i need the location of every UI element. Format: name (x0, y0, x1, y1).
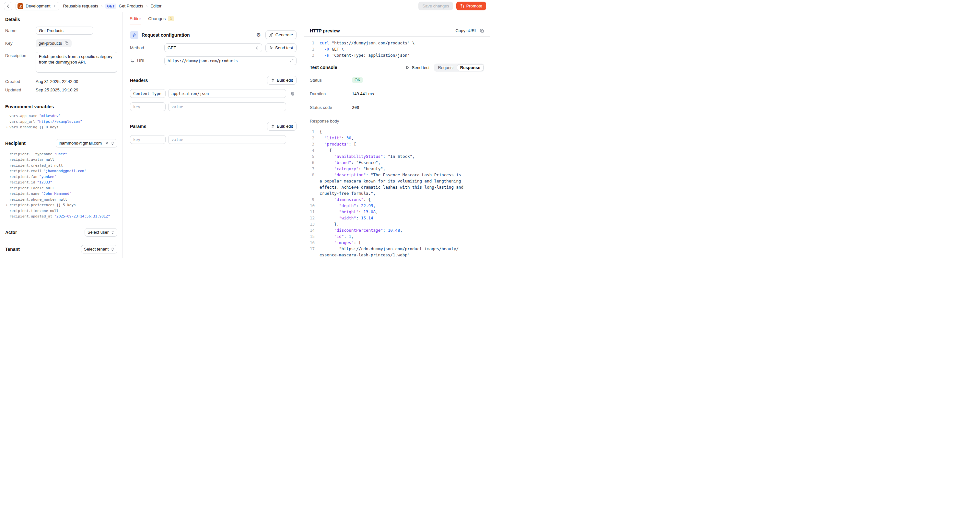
variable-value: {} 0 keys (39, 124, 59, 130)
code-line: 15 "id": 1, (310, 233, 484, 239)
request-name: Get Products (119, 3, 143, 8)
recipient-variable-row: recipient.fan"yankee" (5, 174, 117, 180)
variable-value: "yankee" (39, 174, 56, 180)
params-bulk-edit-button[interactable]: Bulk edit (267, 122, 296, 131)
save-changes-button[interactable]: Save changes (418, 2, 453, 10)
line-number: 15 (310, 233, 320, 239)
code-line: 9 "dimensions": { (310, 196, 484, 202)
env-variable-row[interactable]: ›vars.branding{} 0 keys (5, 124, 117, 130)
copy-curl-button[interactable]: Copy cURL (456, 28, 484, 33)
tenant-select[interactable]: Select tenant (81, 245, 117, 253)
breadcrumb-editor[interactable]: Editor (150, 3, 161, 8)
send-test-button[interactable]: Send test (266, 43, 296, 52)
code-line: 10 "depth": 22.99, (310, 202, 484, 209)
variable-path: vars.branding (10, 124, 37, 130)
recipient-variable-row: recipient.email"jhammond@gmail.com" (5, 168, 117, 174)
description-row: Description Fetch products from a specif… (5, 52, 117, 73)
generate-button[interactable]: Generate (266, 30, 296, 39)
code-line: 4 { (310, 147, 484, 153)
editor-tabbar: Editor Changes 1 (123, 12, 304, 25)
line-number: 5 (310, 153, 320, 159)
return-arrow-icon (130, 59, 135, 63)
settings-gear-icon[interactable]: ⚙ (256, 32, 261, 38)
breadcrumb-request[interactable]: GET Get Products (105, 3, 143, 9)
url-label: URL (130, 58, 161, 63)
environment-switcher[interactable]: Development (16, 2, 59, 10)
toggle-response[interactable]: Response (457, 64, 484, 71)
preview-pane: HTTP preview Copy cURL 1curl "https://du… (304, 12, 490, 258)
variable-value: null (59, 197, 67, 202)
header-row-empty (130, 102, 296, 111)
console-send-test-button[interactable]: Send test (406, 65, 430, 70)
variable-path: recipient.preferences (10, 202, 54, 208)
code-line: 11 "height": 13.08, (310, 209, 484, 215)
variable-path: recipient.name (10, 191, 40, 197)
tenant-select-value: Select tenant (84, 247, 108, 252)
method-badge: GET (105, 3, 116, 9)
code-line: 17 "https://cdn.dummyjson.com/product-im… (310, 246, 484, 258)
response-body-label: Response body (310, 119, 352, 124)
line-number: 4 (310, 147, 320, 153)
param-value-input[interactable] (168, 135, 286, 144)
expand-chevron-icon[interactable]: › (6, 124, 10, 130)
delete-header-button[interactable] (289, 91, 296, 96)
line-number: 1 (310, 129, 320, 135)
expand-icon[interactable] (290, 58, 294, 63)
back-button[interactable] (4, 2, 12, 10)
variable-path: recipient.id (10, 180, 35, 185)
details-sidebar: Details Name Key get-products Descriptio… (0, 12, 123, 258)
variable-value: null (46, 157, 54, 163)
code-line: 12 "width": 15.14 (310, 215, 484, 221)
chevron-up-down-icon (111, 141, 115, 145)
key-label: Key (5, 41, 36, 46)
created-label: Created (5, 79, 36, 84)
url-input[interactable] (164, 56, 296, 65)
code-line: 13 }, (310, 221, 484, 227)
recipient-variables-list: recipient.__typename"User"recipient.avat… (5, 151, 117, 220)
variable-path: recipient.fan (10, 174, 37, 180)
request-swap-icon (130, 31, 138, 39)
description-textarea[interactable]: Fetch products from a specific category … (36, 52, 117, 73)
expand-chevron-icon[interactable]: › (6, 202, 10, 208)
test-console-title: Test console (310, 65, 337, 70)
recipient-heading: Recipient (5, 141, 56, 146)
recipient-variable-row: recipient.timezonenull (5, 208, 117, 214)
promote-button[interactable]: Promote (456, 2, 486, 10)
recipient-variable-row[interactable]: ›recipient.preferences{} 5 keys (5, 202, 117, 208)
duration-label: Duration (310, 91, 352, 96)
breadcrumb-reusable-requests[interactable]: Reusable requests (63, 3, 98, 8)
variable-value: null (46, 185, 54, 191)
chevron-up-down-icon (111, 247, 115, 251)
updated-label: Updated (5, 88, 36, 92)
recipient-select[interactable]: jhammond@gmail.com (56, 139, 117, 148)
header-value-input[interactable] (168, 89, 286, 98)
name-row: Name (5, 27, 117, 35)
actor-select[interactable]: Select user (84, 228, 117, 237)
tab-changes[interactable]: Changes 1 (148, 12, 174, 25)
header-key-input[interactable] (130, 89, 165, 98)
variable-path: vars.app_url (10, 119, 35, 125)
variable-path: recipient.timezone (10, 208, 48, 214)
bulk-edit-icon (270, 124, 275, 128)
variable-value: "https://example.com" (37, 119, 82, 125)
request-configuration-title: Request configuration (142, 32, 256, 38)
method-select[interactable]: GET (164, 43, 262, 52)
environment-label: Development (25, 3, 51, 8)
tab-editor[interactable]: Editor (130, 12, 141, 25)
header-value-input[interactable] (168, 102, 286, 111)
toggle-request[interactable]: Request (434, 64, 457, 71)
line-number: 2 (310, 135, 320, 141)
param-key-input[interactable] (130, 135, 165, 144)
variable-path: vars.app_name (10, 113, 37, 119)
name-input[interactable] (36, 27, 93, 35)
copy-key-button[interactable] (65, 41, 69, 45)
chevron-right-icon (53, 4, 56, 8)
line-number: 2 (310, 46, 320, 52)
headers-heading: Headers (130, 78, 148, 83)
changes-count-badge: 1 (168, 16, 174, 21)
headers-bulk-edit-button[interactable]: Bulk edit (267, 76, 296, 84)
clear-icon[interactable] (105, 141, 108, 145)
header-rows (130, 89, 296, 98)
header-key-input[interactable] (130, 102, 165, 111)
status-label: Status (310, 78, 352, 83)
